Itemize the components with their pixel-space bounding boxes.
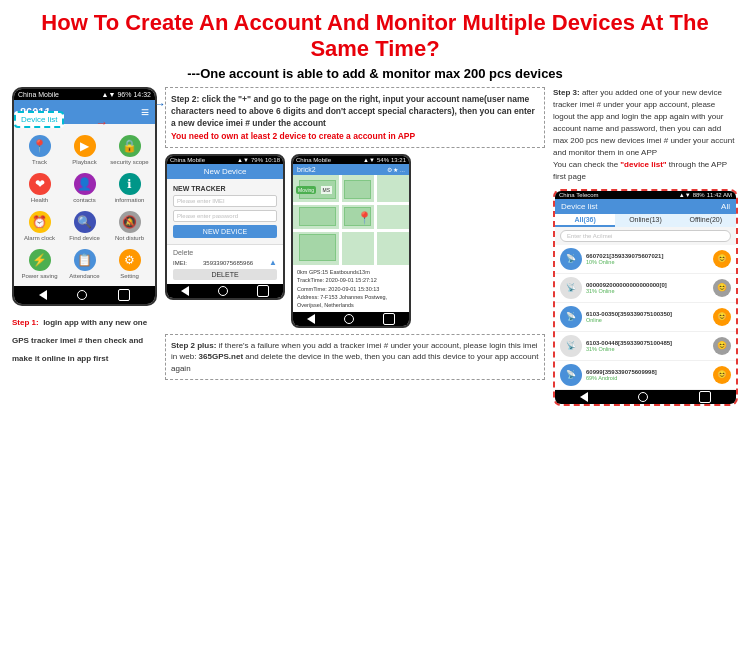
step1-text: Step 1: login app with any new one GPS t… — [12, 311, 157, 365]
page-title: How To Create An Account And Monitor Mul… — [12, 10, 738, 63]
step2-highlight: Step 2: click the "+" and go to the page… — [171, 94, 535, 129]
step3-box: Step 3: after you added one of your new … — [553, 87, 738, 183]
arrow-to-step2: → — [95, 115, 108, 130]
list-item[interactable]: 📡 0000092000000000000000[0] 31% Online 😊 — [555, 274, 736, 303]
phone-grid: 📍 Track ▶ Playback 🔒 security scope ❤ He… — [14, 124, 155, 286]
info-icon: ℹ — [119, 173, 141, 195]
attendance-icon: 📋 — [74, 249, 96, 271]
grid-item-disturb[interactable]: 🔕 Not disturb — [108, 208, 151, 244]
middle-section: → Step 2: click the "+" and go to the pa… — [165, 87, 545, 406]
step2plus-box: Step 2 plus: if there's a failure when y… — [165, 334, 545, 380]
page-subtitle: ---One account is able to add & monitor … — [12, 66, 738, 81]
step2plus-url: 365GPS.net — [199, 352, 243, 361]
security-icon: 🔒 — [119, 135, 141, 157]
map-nav-bar — [293, 312, 409, 326]
device-info-4: 60999[359339075609998] 69% Android — [586, 369, 709, 381]
grid-item-security[interactable]: 🔒 security scope — [108, 132, 151, 168]
dl-search-bar: Enter the Ac/imei — [555, 227, 736, 245]
right-section: Step 3: after you added one of your new … — [553, 87, 738, 406]
device-icon-0: 📡 — [560, 248, 582, 270]
grid-item-setting[interactable]: ⚙ Setting — [108, 246, 151, 282]
dl-tabs: All(36) Online(13) Offline(20) — [555, 214, 736, 227]
nd-delete-label: Delete — [173, 249, 277, 256]
nd-status-bar: China Mobile ▲▼ 79% 10:18 — [167, 156, 283, 164]
nd-arrow-icon: ▲ — [269, 258, 277, 267]
grid-item-find[interactable]: 🔍 Find device — [63, 208, 106, 244]
nd-imei-row: IMEI: 359339075685966 ▲ — [173, 258, 277, 267]
tab-all[interactable]: All(36) — [555, 214, 615, 227]
grid-item-contacts[interactable]: 👤 contacts — [63, 170, 106, 206]
header: How To Create An Account And Monitor Mul… — [12, 10, 738, 81]
list-item[interactable]: 📡 6103-00448[359339075100485] 31% Online… — [555, 332, 736, 361]
power-icon: ⚡ — [29, 249, 51, 271]
nd-back[interactable] — [181, 286, 189, 296]
device-avatar-4: 😊 — [713, 366, 731, 384]
recents-nav[interactable] — [118, 289, 130, 301]
phone-map: China Mobile ▲▼ 54% 13:21 brick2 ⚙ ★ ... — [291, 154, 411, 328]
find-icon: 🔍 — [74, 211, 96, 233]
phone-device-list: China Telecom ▲▼ 88% 11:42 AM Device lis… — [553, 189, 738, 406]
step3-note: You can check the — [553, 160, 620, 169]
alarm-icon: ⏰ — [29, 211, 51, 233]
tab-offline[interactable]: Offline(20) — [676, 214, 736, 227]
nd-label: NEW TRACKER — [173, 185, 277, 192]
nd-new-device-btn[interactable]: NEW DEVICE — [173, 225, 277, 238]
list-item[interactable]: 📡 60999[359339075609998] 69% Android 😊 — [555, 361, 736, 390]
nd-imei-value: 359339075685966 — [203, 260, 253, 266]
dl-status-bar: China Telecom ▲▼ 88% 11:42 AM — [555, 191, 736, 199]
step3-highlight: "device list" — [620, 160, 666, 169]
device-icon-1: 📡 — [560, 277, 582, 299]
dl-recents[interactable] — [699, 391, 711, 403]
step3-content: after you added one of your new device t… — [553, 88, 734, 157]
list-item[interactable]: 📡 6103-00350[359339075100350] Online 😊 — [555, 303, 736, 332]
grid-item-information[interactable]: ℹ information — [108, 170, 151, 206]
device-avatar-3: 😊 — [713, 337, 731, 355]
map-status-bar: China Mobile ▲▼ 54% 13:21 — [293, 156, 409, 164]
device-avatar-2: 😊 — [713, 308, 731, 326]
grid-item-attendance[interactable]: 📋 Attendance — [63, 246, 106, 282]
grid-item-track[interactable]: 📍 Track — [18, 132, 61, 168]
device-avatar-0: 😊 — [713, 250, 731, 268]
device-avatar-1: 😊 — [713, 279, 731, 297]
device-info-2: 6103-00350[359339075100350] Online — [586, 311, 709, 323]
device-icon-2: 📡 — [560, 306, 582, 328]
nd-delete-section: Delete IMEI: 359339075685966 ▲ DELETE — [167, 244, 283, 284]
dl-search-input[interactable]: Enter the Ac/imei — [560, 230, 731, 242]
device-icon-4: 📡 — [560, 364, 582, 386]
phones-row: China Mobile ▲▼ 79% 10:18 New Device NEW… — [165, 154, 545, 328]
step2-box: → Step 2: click the "+" and go to the pa… — [165, 87, 545, 148]
track-icon: 📍 — [29, 135, 51, 157]
device-list-badge: Device list — [14, 111, 64, 128]
dl-header: Device list All — [555, 199, 736, 214]
nd-recents[interactable] — [257, 285, 269, 297]
main-container: How To Create An Account And Monitor Mul… — [0, 0, 750, 647]
nd-delete-btn[interactable]: DELETE — [173, 269, 277, 280]
phone-left-nav — [14, 286, 155, 304]
dl-back[interactable] — [580, 392, 588, 402]
nd-home[interactable] — [218, 286, 228, 296]
grid-item-alarm[interactable]: ⏰ Alarm clock — [18, 208, 61, 244]
grid-item-playback[interactable]: ▶ Playback — [63, 132, 106, 168]
tab-online[interactable]: Online(13) — [615, 214, 675, 227]
dl-list: 📡 6607021[359339075607021] 10% Online 😊 … — [555, 245, 736, 390]
map-header: brick2 ⚙ ★ ... — [293, 164, 409, 175]
grid-item-health[interactable]: ❤ Health — [18, 170, 61, 206]
grid-item-power[interactable]: ⚡ Power saving — [18, 246, 61, 282]
map-recents[interactable] — [383, 313, 395, 325]
step3-label: Step 3: — [553, 88, 582, 97]
nd-imei-input[interactable]: Please enter IMEI — [173, 195, 277, 207]
dl-home[interactable] — [638, 392, 648, 402]
nd-password-input[interactable]: Please enter password — [173, 210, 277, 222]
playback-icon: ▶ — [74, 135, 96, 157]
map-back[interactable] — [307, 314, 315, 324]
menu-icon[interactable]: ≡ — [141, 104, 149, 120]
list-item[interactable]: 📡 6607021[359339075607021] 10% Online 😊 — [555, 245, 736, 274]
nd-header: New Device — [167, 164, 283, 179]
map-body: 📍 Moving MS — [293, 175, 409, 265]
step2plus-bold: Step 2 plus: — [171, 341, 216, 350]
home-nav[interactable] — [77, 290, 87, 300]
content-area: Device list → China Mobile ▲▼ 96% 14:32 … — [12, 87, 738, 406]
back-nav[interactable] — [39, 290, 47, 300]
map-home[interactable] — [344, 314, 354, 324]
nd-imei-label: IMEI: — [173, 260, 187, 266]
